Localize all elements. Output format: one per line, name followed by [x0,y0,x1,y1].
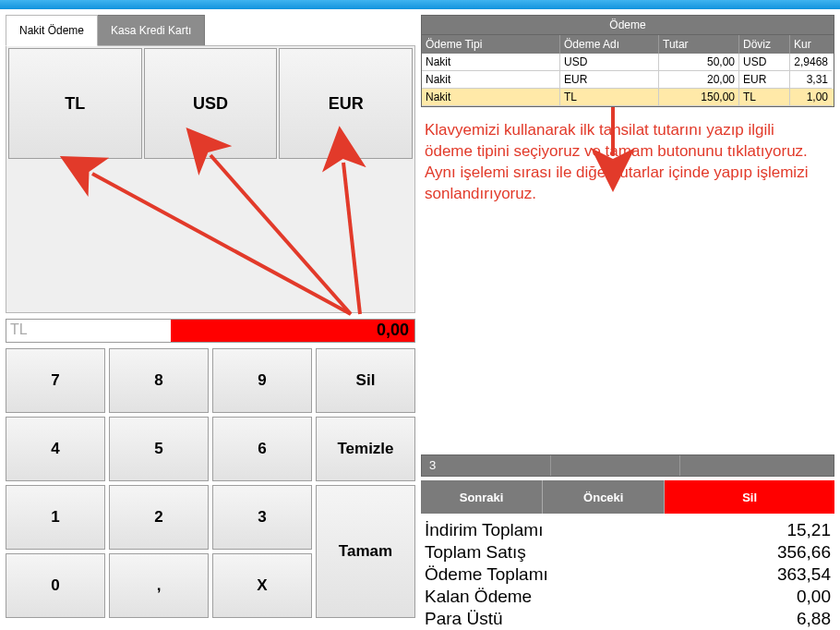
key-1[interactable]: 1 [6,485,105,550]
key-ok[interactable]: Tamam [316,485,415,618]
col-type: Ödeme Tipi [422,35,560,54]
key-8[interactable]: 8 [109,348,209,413]
key-7[interactable]: 7 [6,348,105,413]
col-amount: Tutar [659,35,739,54]
record-count-bar: 3 [421,454,834,477]
total-label: İndirim Toplamı [425,520,543,540]
total-value: 356,66 [777,542,831,563]
cell-type: Nakit [422,71,560,89]
numeric-keypad: 7 8 9 Sil 4 5 6 Temizle 1 2 3 Tamam 0 , … [6,348,415,618]
total-value: 6,88 [797,609,831,629]
key-3[interactable]: 3 [212,485,312,550]
col-rate: Kur [790,35,832,54]
cell-name: EUR [560,71,659,89]
col-currency: Döviz [739,35,790,54]
key-comma[interactable]: , [109,553,209,618]
total-label: Ödeme Toplamı [425,564,548,585]
tab-card[interactable]: Kasa Kredi Kartı [97,15,205,46]
payment-table-title: Ödeme [421,15,834,35]
cell-currency: USD [739,54,790,71]
cell-rate: 2,9468 [790,54,832,71]
key-9[interactable]: 9 [212,348,312,413]
key-4[interactable]: 4 [6,417,105,481]
display-currency-label: TL [6,320,171,342]
totals-area: İndirim Toplamı15,21 Toplam Satış356,66 … [421,519,834,630]
key-2[interactable]: 2 [109,485,209,550]
total-label: Kalan Ödeme [425,587,532,607]
cell-amount: 150,00 [659,89,739,106]
cell-amount: 20,00 [659,71,739,89]
cell-type: Nakit [422,89,560,106]
window-titlebar [0,0,840,9]
table-row[interactable]: Nakit USD 50,00 USD 2,9468 [422,54,834,71]
record-count: 3 [422,455,551,476]
total-label: Para Üstü [425,609,502,629]
total-value: 15,21 [786,520,831,540]
tab-cash[interactable]: Nakit Ödeme [6,15,98,46]
total-label: Toplam Satış [425,542,526,563]
payment-table-header: Ödeme Tipi Ödeme Adı Tutar Döviz Kur [422,35,834,54]
currency-panel: TL USD EUR [6,45,415,313]
key-delete[interactable]: Sil [316,348,415,413]
next-button[interactable]: Sonraki [421,480,543,514]
cell-rate: 3,31 [790,71,832,89]
total-value: 363,54 [777,564,831,585]
prev-button[interactable]: Önceki [543,480,665,514]
cell-type: Nakit [422,54,560,71]
cell-currency: EUR [739,71,790,89]
table-row[interactable]: Nakit TL 150,00 TL 1,00 [422,89,834,106]
total-value: 0,00 [797,587,831,607]
key-5[interactable]: 5 [109,417,209,481]
payment-tabs: Nakit Ödeme Kasa Kredi Kartı [6,15,415,46]
currency-eur-button[interactable]: EUR [279,48,413,159]
key-0[interactable]: 0 [6,553,105,618]
annotation-text: Klavyemizi kullanarak ilk tahsilat tutar… [421,107,834,205]
currency-tl-button[interactable]: TL [8,48,142,159]
delete-button[interactable]: Sil [665,480,834,514]
amount-display: TL 0,00 [6,319,415,343]
cell-name: USD [560,54,659,71]
cell-currency: TL [739,89,790,106]
key-6[interactable]: 6 [212,417,312,481]
cell-name: TL [560,89,659,106]
table-row[interactable]: Nakit EUR 20,00 EUR 3,31 [422,71,834,89]
cell-rate: 1,00 [790,89,832,106]
display-amount: 0,00 [171,320,414,342]
payment-table: Ödeme Tipi Ödeme Adı Tutar Döviz Kur Nak… [421,35,834,107]
key-clear[interactable]: Temizle [316,417,415,481]
key-x[interactable]: X [212,553,312,618]
currency-usd-button[interactable]: USD [144,48,278,159]
cell-amount: 50,00 [659,54,739,71]
col-name: Ödeme Adı [560,35,659,54]
